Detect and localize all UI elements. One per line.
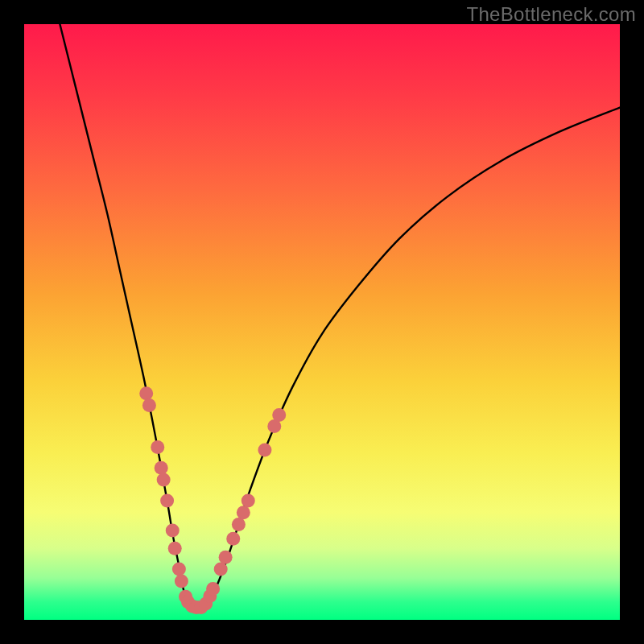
data-marker <box>237 506 250 519</box>
data-marker <box>139 386 153 400</box>
data-marker <box>232 518 246 531</box>
data-marker <box>166 524 180 538</box>
data-marker <box>258 444 271 457</box>
data-marker <box>175 574 188 588</box>
data-marker <box>157 473 171 487</box>
curve-svg <box>24 24 620 620</box>
data-marker <box>160 494 174 508</box>
chart-frame: TheBottleneck.com <box>0 0 644 644</box>
data-marker <box>172 563 186 576</box>
bottleneck-curve <box>60 24 620 610</box>
data-marker <box>168 542 182 555</box>
data-marker <box>272 408 286 422</box>
data-markers <box>139 386 286 614</box>
data-marker <box>206 582 220 596</box>
watermark-text: TheBottleneck.com <box>466 3 636 26</box>
data-marker <box>226 532 240 546</box>
data-marker <box>242 494 255 508</box>
data-marker <box>151 440 164 454</box>
data-marker <box>142 398 156 412</box>
data-marker <box>214 563 228 576</box>
data-marker <box>219 551 233 564</box>
data-marker <box>155 461 168 475</box>
plot-area <box>24 24 620 620</box>
